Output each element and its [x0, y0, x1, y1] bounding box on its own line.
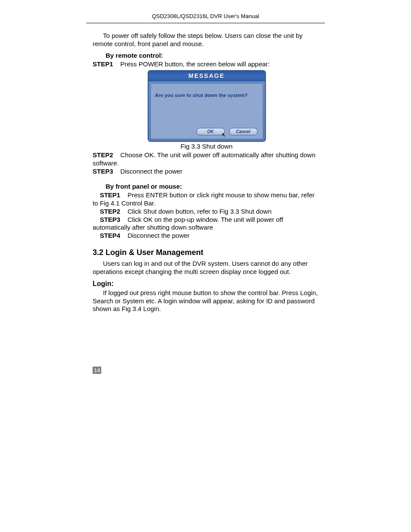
dialog-figure: MESSAGE Are you sure to shut down the sy… [93, 70, 321, 142]
header-rule [86, 23, 325, 23]
step-label: STEP1 [93, 60, 113, 68]
page-header: QSD2308L/QSD2316L DVR User's Manual [0, 13, 411, 19]
panel-step2: STEP2 Click Shut down button, refer to F… [93, 208, 321, 216]
remote-step1: STEP1 Press POWER button, the screen bel… [93, 60, 321, 68]
cancel-button[interactable]: Cancel [229, 128, 258, 135]
panel-heading: By front panel or mouse: [106, 183, 321, 191]
remote-step3: STEP3 Disconnect the power [93, 168, 321, 176]
step-label: STEP2 [100, 208, 121, 215]
page-content: To power off safely follow the steps bel… [93, 32, 321, 313]
step-text: Press POWER button, the screen below wil… [120, 60, 270, 68]
step-text: Disconnect the power [128, 232, 190, 239]
dialog-message: Are you sure to shut down the system? [151, 84, 263, 98]
panel-step1: STEP1 Press ENTER button or click right … [93, 191, 321, 208]
section-intro: Users can log in and out of the DVR syst… [93, 260, 321, 276]
panel-step4: STEP4 Disconnect the power [93, 232, 321, 240]
login-heading: Login: [93, 280, 321, 288]
dialog-buttons: OK ↖ Cancel [196, 128, 258, 135]
message-dialog: MESSAGE Are you sure to shut down the sy… [148, 70, 266, 142]
cursor-icon: ↖ [221, 132, 225, 138]
step-text: Click OK on the pop-up window. The unit … [93, 216, 283, 231]
step-label: STEP4 [100, 232, 121, 239]
section-heading: 3.2 Login & User Management [93, 248, 321, 258]
figure-caption: Fig 3.3 Shut down [93, 143, 321, 151]
page-number: 14 [93, 367, 101, 374]
page-number-wrap: 14 [93, 366, 101, 374]
step-text: Press ENTER button or click right mouse … [93, 191, 314, 207]
panel-step3: STEP3 Click OK on the pop-up window. The… [93, 216, 321, 232]
step-label: STEP1 [100, 191, 121, 199]
dialog-body: Are you sure to shut down the system? OK… [150, 83, 263, 139]
step-label: STEP3 [100, 216, 121, 223]
dialog-title: MESSAGE [149, 71, 265, 81]
step-label: STEP2 [93, 151, 113, 159]
remote-step2: STEP2 Choose OK. The unit will power off… [93, 151, 321, 168]
step-text: Disconnect the power [120, 168, 182, 175]
step-text: Choose OK. The unit will power off autom… [93, 151, 315, 167]
step-label: STEP3 [93, 168, 113, 175]
remote-heading: By remote control: [106, 52, 321, 60]
step-text: Click Shut down button, refer to Fig 3.3… [128, 208, 271, 215]
intro-paragraph: To power off safely follow the steps bel… [93, 32, 321, 48]
ok-label: OK [207, 129, 214, 134]
ok-button[interactable]: OK ↖ [196, 128, 225, 135]
login-body: If logged out press right mouse button t… [93, 289, 321, 313]
